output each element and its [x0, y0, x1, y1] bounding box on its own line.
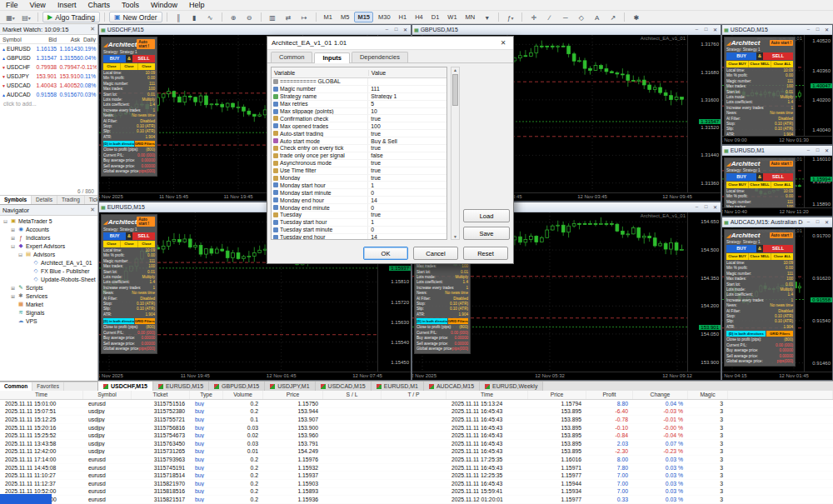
toolbox-column-time-8[interactable]: Time [446, 391, 528, 399]
input-row-monday-end-minute[interactable]: Monday end minute0 [272, 204, 446, 212]
variable-value[interactable]: 0 [368, 190, 446, 196]
dialog-tab-dependencies[interactable]: Dependencies [352, 52, 408, 62]
grid-filters-button[interactable]: GRID Filters [766, 331, 793, 337]
close-all-button[interactable]: Close ALL [771, 182, 793, 188]
toolbox-column-t-p-7[interactable]: T / P [382, 391, 446, 399]
close-all-button[interactable]: Close ALL [138, 63, 155, 70]
settings-button[interactable]: ✱ [629, 12, 643, 23]
navigator-item-accounts[interactable]: ⊞◉Accounts [0, 225, 97, 233]
chart-tab-gbpusd-m15[interactable]: GBPUSD,M15 [209, 382, 265, 391]
chart-shift-button[interactable]: ↦ [297, 12, 312, 23]
restore-icon[interactable]: □ [814, 219, 821, 225]
variable-value[interactable]: Buy & Sell [368, 138, 446, 144]
auto-start-button[interactable]: Auto start ! [137, 217, 155, 227]
toolbox-column-time-0[interactable]: Time [0, 391, 83, 399]
input-row-trade-only-once-per-signal[interactable]: trade only once per signalfalse [272, 152, 446, 160]
close-all-button[interactable]: Close ALL [771, 61, 793, 67]
minimize-icon[interactable]: – [383, 27, 391, 32]
history-row[interactable]: 2025.11.11 13:43:58usdjpy3115763450buy0.… [0, 440, 833, 448]
variable-value[interactable]: 5 [368, 101, 446, 107]
timeframe-w1-button[interactable]: W1 [444, 12, 460, 22]
trendline-button[interactable]: ∕ [542, 12, 556, 23]
navigator-item-advisors[interactable]: ⊟▤Advisors [0, 250, 97, 258]
close-all-button[interactable]: Close ALL [138, 241, 155, 247]
variable-value[interactable]: 1 [368, 219, 446, 225]
close-buy-button[interactable]: Close BUY [726, 61, 749, 67]
menu-item-tools[interactable]: Tools [116, 0, 145, 10]
timeframe-d1-button[interactable]: D1 [428, 12, 443, 22]
buy-button[interactable]: BUY [726, 52, 756, 60]
auto-start-button[interactable]: Auto start ! [137, 39, 155, 49]
column-header-ask[interactable]: Ask [57, 37, 80, 42]
input-row-monday-start-hour[interactable]: Monday start hour1 [272, 182, 446, 189]
tab-trading[interactable]: Trading [57, 196, 85, 204]
variable-value[interactable]: 10 [368, 108, 446, 114]
chart-tab-usdchf-m15[interactable]: USDCHF,M15 [98, 382, 153, 391]
input-row-use-time-filter[interactable]: Use Time filtertrue [272, 167, 446, 175]
toolbox-column-magic-12[interactable]: Magic [688, 391, 728, 399]
close-icon[interactable]: ✕ [711, 27, 719, 32]
grid-filters-button[interactable]: GRID Filters [448, 318, 468, 324]
variable-value[interactable]: 111 [368, 86, 446, 92]
chart-titlebar[interactable]: ▦GBPUSD,M15–□✕ [412, 25, 721, 35]
direction-button[interactable]: (D) in both directions [103, 141, 134, 147]
profiles-button[interactable]: ▤▾ [19, 12, 33, 23]
close-sell-button[interactable]: Close SELL [121, 241, 138, 247]
chart-titlebar[interactable]: ▦USDCAD,M15–□✕ [722, 25, 832, 35]
history-row[interactable]: 2025.11.11 14:45:08eurusd3115745191buy0.… [0, 464, 833, 472]
column-header-daily[interactable]: Daily [80, 37, 97, 42]
input-row-global[interactable]: =========== GLOBAL [272, 78, 446, 86]
close-icon[interactable]: ✕ [711, 204, 719, 210]
tab-common[interactable]: Common [0, 382, 32, 391]
save-button[interactable]: Save [463, 227, 510, 240]
expander-icon[interactable]: ⊟ [10, 243, 16, 249]
toolbox-column-price-5[interactable]: Price [263, 391, 323, 399]
tab-details[interactable]: Details [32, 196, 57, 204]
timeframe-m30-button[interactable]: M30 [375, 12, 394, 22]
timeframe-h1-button[interactable]: H1 [396, 12, 411, 22]
market-watch-row-audcad[interactable]: ▲AUDCAD0.915580.915670.03% [0, 90, 97, 99]
tile-windows-button[interactable]: ▥ [266, 12, 280, 23]
chart-titlebar[interactable]: ▦AUDCAD,M15: Australian Dollar vs Canadi… [722, 217, 832, 227]
history-row[interactable]: 2025.11.11 15:12:25usdjpy3115755721buy0.… [0, 416, 833, 424]
grid-filters-button[interactable]: GRID Filters [135, 141, 155, 147]
sell-button[interactable]: SELL [763, 52, 793, 60]
variable-value[interactable]: true [368, 212, 446, 217]
scroll-down-icon[interactable]: ▼ [453, 234, 457, 239]
close-icon[interactable]: ✕ [90, 26, 95, 32]
variable-value[interactable]: 14 [368, 197, 446, 203]
chart-tab-usdcad-m15[interactable]: USDCAD,M15 [316, 382, 372, 391]
input-row-monday-start-minute[interactable]: Monday start minute0 [272, 189, 446, 197]
chart-titlebar[interactable]: ▦USDCHF,M15–□✕ [99, 25, 411, 35]
indicators-button[interactable]: ƒ▾ [503, 12, 517, 23]
navigator-item-services[interactable]: ⊞✱Services [0, 292, 97, 300]
timeframes-arrow[interactable]: ▾ [480, 12, 494, 23]
toolbox-column-type-3[interactable]: Type [190, 391, 223, 399]
input-row-tuesday-start-minute[interactable]: Tuesday start minute0 [272, 227, 446, 234]
zoom-out-button[interactable]: ⊖ [242, 12, 257, 23]
sell-button[interactable]: SELL [132, 55, 155, 62]
tab-ticks[interactable]: Ticks [85, 196, 97, 204]
tab-favorites[interactable]: Favorites [32, 382, 64, 391]
history-row[interactable]: 2025.11.11 17:14:00eurusd3115793963buy0.… [0, 456, 833, 464]
variable-value[interactable]: 100 [368, 123, 446, 129]
timeframe-m5-button[interactable]: M5 [337, 12, 352, 22]
timeframe-m15-button[interactable]: M15 [354, 12, 373, 22]
variable-value[interactable]: 1 [368, 182, 446, 188]
navigator-item-indicators[interactable]: ⊞ƒIndicators [0, 233, 97, 242]
auto-start-button[interactable]: Auto start ! [770, 232, 794, 238]
market-watch-row-usdcad[interactable]: ▼USDCAD1.400431.400520.08% [0, 81, 97, 90]
expander-icon[interactable]: ⊞ [10, 293, 16, 299]
minimize-icon[interactable]: – [693, 204, 701, 210]
variable-value[interactable]: true [368, 167, 446, 173]
auto-start-button[interactable]: Auto start ! [770, 40, 794, 46]
input-row-tuesday-end-hour[interactable]: Tuesday end hour14 [272, 234, 446, 239]
history-row[interactable]: 2025.11.11 10:52:00eurusd3115818516buy0.… [0, 488, 833, 497]
chart-plot[interactable]: Architect_EA_v1_01◢ArchitectAuto start !… [722, 227, 804, 372]
expander-icon[interactable]: ⊞ [10, 235, 16, 241]
tab-symbols[interactable]: Symbols [0, 196, 32, 204]
input-row-tuesday-start-hour[interactable]: Tuesday start hour1 [272, 219, 446, 227]
history-row[interactable]: 2025.11.11 12:42:00usdjpy3115731265buy0.… [0, 448, 833, 457]
navigator-item-architect-ea-v1-01[interactable]: ◇Architect_EA_v1_01 [0, 258, 97, 267]
history-row[interactable]: 2025.11.12 00:56:00eurusd3115821517buy0.… [0, 496, 833, 504]
